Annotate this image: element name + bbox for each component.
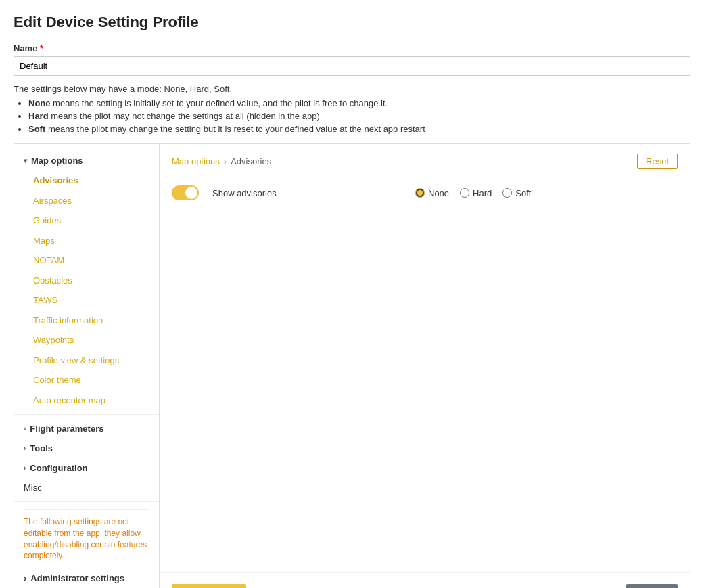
chevron-right-icon: ›: [24, 425, 26, 432]
sidebar-item-waypoints[interactable]: Waypoints: [14, 330, 159, 350]
sidebar-note: The following settings are not editable …: [24, 509, 149, 562]
mode-radio-group: None Hard Soft: [415, 188, 531, 198]
sidebar-group-configuration[interactable]: › Configuration: [14, 458, 159, 478]
info-item-none: None means the setting is initially set …: [28, 98, 690, 108]
breadcrumb-separator: ›: [224, 156, 227, 166]
show-advisories-toggle[interactable]: [172, 185, 199, 200]
radio-none[interactable]: [415, 188, 425, 198]
footer-buttons: Save profile Cancel: [160, 572, 690, 588]
info-item-hard: Hard means the pilot may not change the …: [28, 111, 690, 121]
breadcrumb: Map options › Advisories Reset: [172, 154, 678, 169]
content-area: Map options › Advisories Reset Show advi…: [160, 144, 690, 588]
sidebar-item-taws[interactable]: TAWS: [14, 290, 159, 311]
sidebar-group-flight-params[interactable]: › Flight parameters: [14, 419, 159, 438]
cancel-button[interactable]: Cancel: [626, 584, 678, 588]
info-list: None means the setting is initially set …: [28, 98, 690, 134]
sidebar-item-notam[interactable]: NOTAM: [14, 250, 159, 271]
content-main: Map options › Advisories Reset Show advi…: [160, 144, 690, 368]
name-field-group: Name *: [14, 43, 690, 76]
radio-hard[interactable]: [460, 188, 469, 198]
name-input[interactable]: [14, 56, 690, 76]
chevron-right-icon-admin: ›: [24, 573, 26, 583]
sidebar-group-label-map: Map options: [31, 156, 83, 166]
chevron-right-icon-config: ›: [24, 464, 26, 472]
radio-option-soft[interactable]: Soft: [502, 188, 531, 198]
radio-none-label: None: [428, 188, 449, 198]
sidebar-group-label-admin: Administrator settings: [30, 573, 124, 583]
toggle-slider: [172, 185, 199, 200]
sidebar-item-autocenter[interactable]: Auto recenter map: [14, 390, 159, 411]
name-label: Name *: [14, 43, 690, 53]
info-item-soft: Soft means the pilot may change the sett…: [28, 124, 690, 134]
save-button[interactable]: Save profile: [172, 584, 246, 588]
info-box: The settings below may have a mode: None…: [14, 84, 690, 134]
show-advisories-row: Show advisories None Hard Soft: [172, 179, 678, 207]
sidebar-group-admin[interactable]: › Administrator settings: [14, 568, 159, 588]
reset-button[interactable]: Reset: [637, 154, 678, 169]
sidebar: ▾ Map options Advisories Airspaces Guide…: [14, 144, 160, 588]
sidebar-item-color[interactable]: Color theme: [14, 370, 159, 390]
breadcrumb-parent[interactable]: Map options: [172, 156, 220, 166]
sidebar-group-tools[interactable]: › Tools: [14, 438, 159, 458]
radio-option-none[interactable]: None: [415, 188, 449, 198]
sidebar-group-map-options[interactable]: ▾ Map options: [14, 151, 159, 171]
sidebar-group-label-tools: Tools: [30, 443, 53, 453]
sidebar-item-obstacles[interactable]: Obstacles: [14, 271, 159, 291]
sidebar-item-profile[interactable]: Profile view & settings: [14, 350, 159, 371]
radio-hard-label: Hard: [473, 188, 492, 198]
sidebar-item-guides[interactable]: Guides: [14, 210, 159, 231]
chevron-down-icon: ▾: [24, 157, 27, 164]
radio-option-hard[interactable]: Hard: [460, 188, 492, 198]
show-advisories-label: Show advisories: [212, 188, 321, 198]
sidebar-item-advisories[interactable]: Advisories: [14, 171, 159, 191]
radio-soft-label: Soft: [515, 188, 531, 198]
page-title: Edit Device Setting Profile: [14, 14, 690, 31]
sidebar-group-label-flight: Flight parameters: [30, 424, 103, 434]
sidebar-item-misc[interactable]: Misc: [14, 478, 159, 497]
radio-soft[interactable]: [502, 188, 512, 198]
breadcrumb-current: Advisories: [231, 156, 271, 166]
sidebar-item-maps[interactable]: Maps: [14, 231, 159, 251]
chevron-right-icon-tools: ›: [24, 445, 26, 452]
sidebar-item-traffic[interactable]: Traffic information: [14, 311, 159, 331]
sidebar-item-airspaces[interactable]: Airspaces: [14, 191, 159, 211]
required-marker: *: [40, 43, 43, 53]
main-layout: ▾ Map options Advisories Airspaces Guide…: [14, 143, 690, 588]
sidebar-group-label-config: Configuration: [30, 463, 87, 473]
